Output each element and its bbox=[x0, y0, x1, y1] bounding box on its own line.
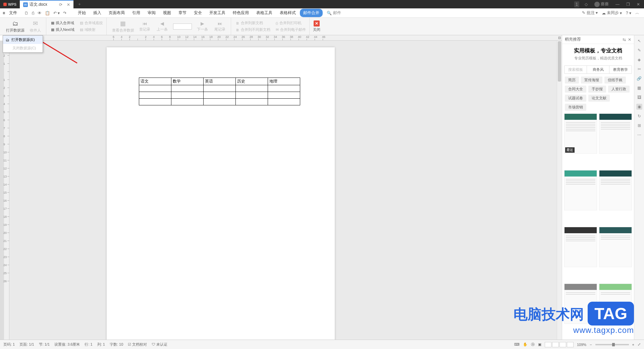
close-window-button[interactable]: ✕ bbox=[635, 1, 641, 7]
undo-icon[interactable]: ↶ ▾ bbox=[53, 11, 60, 15]
status-aa-icon[interactable]: ⓐ bbox=[531, 342, 535, 347]
status-page-of[interactable]: 页面: 1/1 bbox=[19, 342, 34, 347]
side-more-icon[interactable]: ⋯ bbox=[636, 132, 642, 138]
table-cell[interactable] bbox=[268, 99, 300, 105]
tab-sync-icon[interactable]: ⟳ bbox=[59, 2, 62, 7]
table-cell[interactable]: 数学 bbox=[171, 78, 204, 85]
status-cert[interactable]: 🛡 未认证 bbox=[152, 342, 167, 347]
help-icon[interactable]: ? ▾ bbox=[626, 11, 631, 15]
zoom-thumb[interactable] bbox=[612, 343, 615, 346]
tab-view[interactable]: 视图 bbox=[160, 9, 174, 17]
content-table[interactable]: 语文 数学 英语 历史 地理 bbox=[139, 78, 300, 105]
vertical-ruler[interactable]: 321 12 345 678 91011 121314 151617 18192… bbox=[4, 41, 9, 340]
horizontal-ruler[interactable]: 642 24 6810 121416 182022 242628 303234 … bbox=[9, 35, 562, 41]
open-data-source-item[interactable]: 🗂 打开数据源(E) bbox=[3, 36, 43, 44]
panel-tab-education[interactable]: 教育教学 bbox=[609, 66, 632, 73]
ruler-options-icon[interactable]: ⊟ bbox=[558, 36, 561, 40]
view-read-button[interactable] bbox=[567, 342, 574, 347]
table-cell[interactable] bbox=[236, 92, 268, 99]
side-clip-icon[interactable]: ✂ bbox=[636, 66, 642, 72]
side-select-icon[interactable]: ↖ bbox=[636, 38, 642, 44]
sync-status[interactable]: ☁ 未同步 ▾ bbox=[602, 10, 622, 16]
chip-letter[interactable]: 信纸手账 bbox=[604, 77, 626, 84]
template-card[interactable] bbox=[564, 284, 597, 324]
status-proof[interactable]: ☑ 文档校对 bbox=[128, 342, 147, 347]
skin-icon[interactable]: ◇ bbox=[583, 1, 589, 7]
document-tab[interactable]: W 语文.docx ⟳ ✕ bbox=[20, 0, 73, 8]
side-grid-icon[interactable]: ⊞ bbox=[636, 122, 642, 129]
tab-table-style[interactable]: 表格样式 bbox=[276, 9, 299, 17]
table-cell[interactable] bbox=[139, 92, 171, 99]
table-cell[interactable] bbox=[268, 92, 300, 99]
side-image-icon[interactable]: 🖼 bbox=[636, 94, 642, 100]
status-page-no[interactable]: 页码: 1 bbox=[3, 342, 15, 347]
chip-hr[interactable]: 人资行政 bbox=[608, 86, 630, 93]
insert-merge-field-button[interactable]: ▦插入合并域 bbox=[50, 20, 76, 26]
view-outline-button[interactable] bbox=[552, 342, 559, 347]
side-layout-icon[interactable]: ▦ bbox=[636, 85, 642, 91]
tab-section[interactable]: 章节 bbox=[175, 9, 190, 17]
document-page[interactable]: 语文 数学 英语 历史 地理 bbox=[107, 47, 335, 340]
status-col[interactable]: 列: 1 bbox=[97, 342, 105, 347]
table-cell[interactable] bbox=[236, 85, 268, 92]
view-web-button[interactable] bbox=[559, 342, 566, 347]
template-card[interactable] bbox=[564, 170, 597, 210]
collapse-ribbon-icon[interactable]: ︿ bbox=[635, 10, 639, 16]
view-print-button[interactable] bbox=[545, 342, 551, 347]
print-preview-icon[interactable]: 👁 bbox=[38, 11, 42, 15]
menu-icon[interactable]: ≡ bbox=[3, 11, 5, 15]
panel-settings-icon[interactable]: ⇆ bbox=[623, 37, 626, 42]
status-line[interactable]: 行: 1 bbox=[85, 342, 92, 347]
status-book-icon[interactable]: ▣ bbox=[538, 342, 541, 347]
status-position[interactable]: 设置值: 3.6厘米 bbox=[54, 342, 80, 347]
new-tab-button[interactable]: ＋ bbox=[73, 1, 86, 7]
document-area[interactable]: 🗋 ▾ 语文 数学 英语 历史 地理 bbox=[9, 41, 562, 340]
zoom-label[interactable]: 109% bbox=[577, 343, 586, 347]
chip-thesis[interactable]: 论文文献 bbox=[588, 95, 610, 102]
template-card[interactable] bbox=[599, 113, 632, 154]
tab-references[interactable]: 引用 bbox=[129, 9, 144, 17]
open-data-source-button[interactable]: 🗂 打开数据源 bbox=[4, 19, 26, 34]
save-icon[interactable]: 🗋 bbox=[24, 11, 29, 15]
tab-mail-merge[interactable]: 邮件合并 bbox=[300, 9, 323, 17]
close-mail-merge-button[interactable]: ✕ 关闭 bbox=[313, 20, 320, 32]
table-cell[interactable] bbox=[171, 85, 204, 92]
record-number-input[interactable] bbox=[173, 23, 192, 30]
template-card[interactable] bbox=[599, 284, 632, 324]
template-card[interactable] bbox=[599, 227, 632, 267]
tab-security[interactable]: 安全 bbox=[191, 9, 205, 17]
zoom-slider[interactable] bbox=[595, 344, 629, 345]
table-cell[interactable] bbox=[268, 85, 300, 92]
zoom-out-button[interactable]: − bbox=[590, 343, 592, 347]
chip-resume[interactable]: 简历 bbox=[565, 77, 579, 84]
side-template-icon[interactable]: ◉ bbox=[636, 104, 642, 110]
vertical-scrollbar[interactable] bbox=[557, 41, 562, 340]
table-cell[interactable]: 历史 bbox=[236, 78, 268, 85]
tab-page-layout[interactable]: 页面布局 bbox=[105, 9, 128, 17]
annotate-button[interactable]: ✎ 批注 ▾ bbox=[582, 10, 598, 16]
table-cell[interactable] bbox=[204, 85, 236, 92]
side-link-icon[interactable]: 🔗 bbox=[636, 76, 642, 82]
tab-dev-tools[interactable]: 开发工具 bbox=[206, 9, 229, 17]
table-cell[interactable]: 语文 bbox=[139, 78, 171, 85]
file-menu[interactable]: 文件 bbox=[6, 10, 20, 16]
table-cell[interactable] bbox=[171, 92, 204, 99]
panel-close-icon[interactable]: ✕ bbox=[628, 37, 631, 42]
status-words[interactable]: 字数: 10 bbox=[110, 342, 123, 347]
status-section[interactable]: 节: 1/1 bbox=[39, 342, 50, 347]
table-cell[interactable] bbox=[139, 99, 171, 105]
minimize-button[interactable]: — bbox=[614, 1, 621, 7]
status-hand-icon[interactable]: ✋ bbox=[523, 342, 528, 347]
tab-start[interactable]: 开始 bbox=[74, 9, 89, 17]
panel-tab-business[interactable]: 商务风 bbox=[587, 66, 609, 73]
side-pen-icon[interactable]: ✎ bbox=[636, 47, 642, 53]
chip-marketing[interactable]: 市场营销 bbox=[565, 104, 586, 111]
tab-review[interactable]: 审阅 bbox=[144, 9, 159, 17]
restore-button[interactable]: ❐ bbox=[625, 1, 631, 7]
table-cell[interactable] bbox=[236, 99, 268, 105]
tab-insert[interactable]: 插入 bbox=[90, 9, 105, 17]
search-area[interactable]: 🔍 邮件 bbox=[327, 10, 341, 16]
side-shape-icon[interactable]: ◈ bbox=[636, 57, 642, 63]
side-history-icon[interactable]: ↻ bbox=[636, 113, 642, 119]
table-cell[interactable] bbox=[204, 92, 236, 99]
